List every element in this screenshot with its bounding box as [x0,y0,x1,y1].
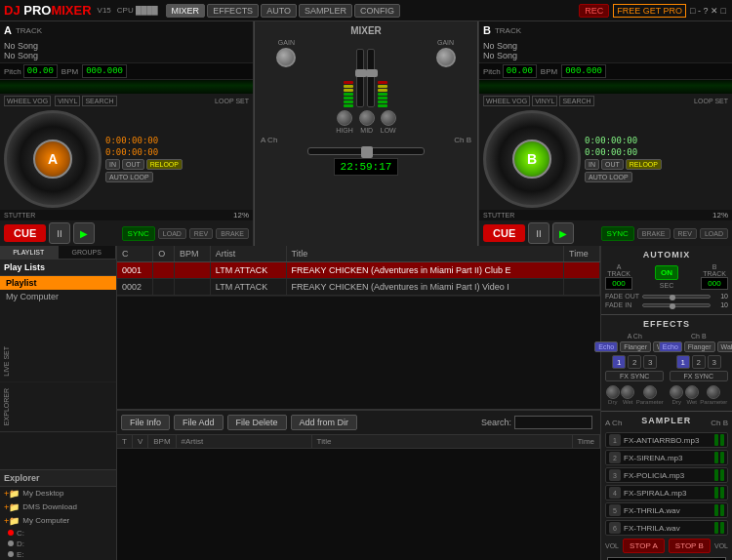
sync-btn-b[interactable]: SYNC [601,226,634,241]
param-knob-b[interactable] [707,385,720,399]
config-btn[interactable]: CONFIG [354,4,400,18]
cue-btn-b[interactable]: CUE [483,224,525,242]
load-btn-a[interactable]: LOAD [158,228,186,239]
explorer-item-desktop[interactable]: +📁 My Desktop [0,487,116,500]
drive-c[interactable]: C: [0,528,116,539]
fx-flanger-btn-a[interactable]: Flanger [620,341,651,352]
rec-button[interactable]: REC [579,4,609,18]
file-delete-btn[interactable]: File Delete [227,415,287,430]
wet-knob-a[interactable] [621,385,634,399]
fade-in-slider[interactable] [642,303,711,307]
rev-btn-b[interactable]: REV [673,228,697,239]
crossfader-handle[interactable] [361,146,373,158]
fx-sync-btn-b[interactable]: FX SYNC [670,371,728,381]
automix-on-btn[interactable]: ON [655,265,678,280]
fx-num-3-b[interactable]: 3 [708,355,721,369]
sampler-name-4: FX-SPIRALA.mp3 [624,489,714,498]
explorer-item-mycomputer[interactable]: +📁 My Computer [0,514,116,528]
sampler-item-2[interactable]: 2 FX-SIRENA.mp3 [605,450,728,465]
vu-bar-yellow [344,85,353,88]
fx-num-2-a[interactable]: 2 [628,355,641,369]
auto-btn[interactable]: AUTO [261,4,297,18]
fx-num-1-b[interactable]: 1 [676,355,690,369]
low-knob[interactable] [381,110,396,126]
automix-track-a: A TRACK 000 [605,263,632,290]
param-knob-a[interactable] [643,385,657,399]
playlist-item-my-computer[interactable]: My Computer [0,290,116,303]
add-from-dir-btn[interactable]: Add from Dir [291,415,358,430]
sampler-item-3[interactable]: 3 FX-POLICIA.mp3 [605,467,728,483]
load-btn-b[interactable]: LOAD [700,228,728,239]
channel-fader-a[interactable] [356,49,364,107]
drive-d[interactable]: D: [0,539,116,549]
gain-knob-a[interactable] [276,48,296,67]
browser-empty-space [117,296,600,410]
loop-out-btn-a[interactable]: OUT [122,159,144,170]
search-input-top[interactable] [514,416,592,429]
auto-loop-btn-a[interactable]: AUTO LOOP [105,172,153,182]
sidebar-tab-groups[interactable]: GROUPS [59,246,117,259]
fx-flanger-btn-b[interactable]: Flanger [684,341,715,352]
loop-out-btn-b[interactable]: OUT [601,159,624,170]
sidebar-tab-playlist[interactable]: PLAYLIST [0,246,59,259]
sampler-btn[interactable]: SAMPLER [299,4,352,18]
fx-sync-btn-a[interactable]: FX SYNC [605,371,664,381]
fx-num-1-a[interactable]: 1 [612,355,626,369]
file-add-btn[interactable]: File Add [174,415,224,430]
wet-knob-b[interactable] [685,385,699,399]
fx-num-3-a[interactable]: 3 [643,355,657,369]
channel-fader-b[interactable] [367,49,375,107]
drive-e[interactable]: E: [0,549,116,560]
playlist-item-playlist[interactable]: Playlist [0,276,116,290]
gain-knob-b[interactable] [436,48,456,67]
mixer-btn[interactable]: MIXER [166,4,206,18]
effects-btn[interactable]: EFFECTS [207,4,259,18]
vtab-explorer[interactable]: EXPLORER [0,382,116,432]
dry-knob-b[interactable] [670,385,683,399]
playlist-row-0[interactable]: 0001 LTM ATTACK FREAKY CHICKEN (Adventur… [117,262,600,279]
free-get-pro[interactable]: FREE GET PRO [613,4,686,18]
fade-out-slider[interactable] [642,295,711,299]
mid-knob[interactable] [359,110,375,126]
play-btn-b[interactable]: ▶ [552,222,574,244]
pause-btn-a[interactable]: ⏸ [49,222,70,244]
fx-echo-btn-b[interactable]: Echo [659,341,682,352]
automix-track-b-sub: TRACK [703,270,726,277]
explorer-item-dms[interactable]: +📁 DMS Download [0,500,116,514]
cue-btn-a[interactable]: CUE [4,224,46,242]
fader-handle-b[interactable] [366,69,378,77]
pause-btn-b[interactable]: ⏸ [528,222,549,244]
vtab-liveset[interactable]: LIVE SET [0,340,116,383]
loop-in-btn-a[interactable]: IN [105,159,120,170]
auto-loop-btn-b[interactable]: AUTO LOOP [585,172,632,182]
sampler-item-4[interactable]: 4 FX-SPIRALA.mp3 [605,485,728,500]
brake-btn-a[interactable]: BRAKE [216,228,249,239]
sampler-item-5[interactable]: 5 FX-THRILA.wav [605,502,728,518]
loop-in-btn-b[interactable]: IN [585,159,599,170]
dry-knob-a[interactable] [606,385,620,399]
high-knob[interactable] [337,110,352,126]
dry-label-a: Dry [608,399,617,405]
sampler-name-5: FX-THRILA.wav [624,506,714,515]
stop-a-btn[interactable]: STOP A [623,539,665,553]
deck-b-stutter-row: STUTTER 12% [479,210,732,220]
sampler-item-6[interactable]: 6 FX-THRILA.wav [605,520,728,536]
deck-b-cue-play: CUE ⏸ ▶ SYNC BRAKE REV LOAD [479,220,732,246]
fx-num-2-b[interactable]: 2 [692,355,706,369]
fx-echo-btn-a[interactable]: Echo [594,341,618,352]
crossfader[interactable] [307,147,425,155]
fx-wah-btn-b[interactable]: Wah [717,341,732,352]
param-label-b: Parameter [700,399,727,405]
drive-dot-d [8,540,14,546]
brake-btn-b[interactable]: BRAKE [637,228,671,239]
drive-dot-e [8,551,14,557]
sync-btn-a[interactable]: SYNC [122,226,155,241]
stop-b-btn[interactable]: STOP B [669,539,711,553]
file-info-btn[interactable]: File Info [121,415,170,430]
play-btn-a[interactable]: ▶ [73,222,95,244]
rev-btn-a[interactable]: REV [189,228,213,239]
sampler-item-1[interactable]: 1 FX-ANTIARRBO.mp3 [605,432,728,448]
reloop-btn-b[interactable]: RELOOP [626,159,662,170]
reloop-btn-a[interactable]: RELOOP [146,159,183,170]
playlist-row-1[interactable]: 0002 LTM ATTACK FREAKY CHICKEN (Adventur… [117,279,600,296]
